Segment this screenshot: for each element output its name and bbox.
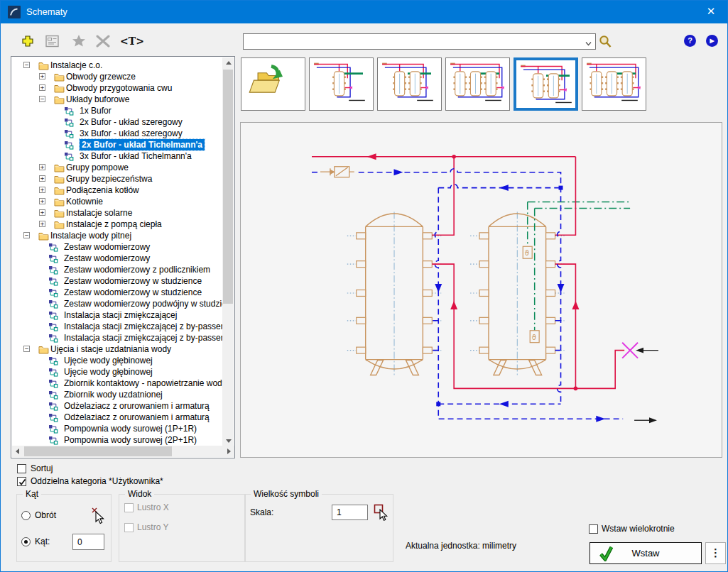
tree-item[interactable]: Zestaw wodomierzowy z podlicznikiem [11,264,222,275]
close-button[interactable]: ✕ [703,5,719,19]
tree-item[interactable]: Zbiornik wody uzdatnionej [11,389,222,400]
scroll-left-icon[interactable] [16,449,19,454]
vertical-scroll-thumb[interactable] [223,70,233,304]
expand-toggle[interactable]: − [39,96,45,102]
angle-input[interactable] [72,534,104,550]
insert-multiple-label: Wstaw wielokrotnie [602,524,675,534]
tree-item[interactable]: Instalacja stacji zmiękczającej z by-pas… [11,321,222,332]
schematic-icon [48,334,60,343]
expand-toggle[interactable]: − [23,346,30,352]
tree-item[interactable]: +Instalacje z pompą ciepła [11,219,222,230]
tree-item[interactable]: Instalacja stacji zmiękczającej z by-pas… [11,332,222,343]
tree-item[interactable]: 2x Bufor - układ Tichelmann'a [11,139,222,150]
tree-item[interactable]: Instalacja stacji zmiękczającej [11,309,222,321]
tree-item[interactable]: +Grupy pompowe [11,162,222,173]
tree-item[interactable]: Zestaw wodomierzowy podwójny w studzienc… [11,298,222,309]
tree-item[interactable]: Zbiornik kontaktowy - napowietrzanie wod… [11,378,222,389]
tree-item[interactable]: Zestaw wodomierzowy [11,241,222,253]
expand-toggle[interactable]: + [39,164,45,170]
schematic-preview-panel: ϑ ϑ [240,122,722,458]
tree-item[interactable]: Zestaw wodomierzowy w studzience [11,287,222,298]
tree-item[interactable]: Zestaw wodomierzowy w studzience [11,275,222,287]
thumbnail-schematic[interactable] [445,57,510,111]
tree-item[interactable]: Ujęcie wody głębinowej [11,366,222,378]
scroll-down-icon[interactable] [226,439,232,443]
tree-rows: −Instalacje c.o.+Obwody grzewcze+Obwody … [11,57,222,446]
help-button[interactable]: ? [684,35,696,47]
tree-item[interactable]: −Ujęcia i stacje uzdatniania wody [11,343,222,355]
tree-item[interactable]: Odżelaziacz z orurowaniem i armaturą [11,412,222,423]
insert-multiple-checkbox[interactable] [589,524,598,534]
open-folder-icon [241,58,300,106]
tree-item[interactable]: −Instalacje c.o. [11,60,222,71]
expand-toggle[interactable]: + [39,175,45,182]
schematic-icon [64,129,75,138]
tree-item-label: Zestaw wodomierzowy w studzience [64,275,202,287]
horizontal-scroll-thumb[interactable] [24,446,172,456]
thumbnail-open-folder[interactable] [241,57,305,111]
tree-item[interactable]: +Kotłownie [11,196,222,207]
tree-item-label: 2x Bufor - układ szeregowy [80,116,183,128]
svg-text:ϑ: ϑ [532,334,536,341]
check-icon [18,478,27,487]
thumbnail-schematic[interactable] [582,57,646,111]
tree-item[interactable]: +Grupy bezpieczeństwa [11,173,222,185]
tree-item[interactable]: +Obwody przygotowania cwu [11,82,222,94]
schematy-dialog: Schematy ✕ <T> ? ▶ −Instalacje c.o.+Obwo… [0,0,728,572]
tree-item[interactable]: Pompownia wody surowej (1P+1R) [11,423,222,434]
sortuj-checkbox[interactable] [17,464,26,473]
tree-item[interactable]: 3x Bufor - układ szeregowy [11,128,222,139]
tree-item[interactable]: 2x Bufor - układ szeregowy [11,116,222,128]
tree-item[interactable]: +Instalacje solarne [11,207,222,219]
scroll-up-icon[interactable] [226,61,232,65]
pick-scale-button[interactable] [374,504,389,524]
expand-toggle[interactable]: + [39,84,45,91]
tree-item[interactable]: Ujęcie wody głębinowej [11,355,222,366]
tree-item-label: Zestaw wodomierzowy [64,253,150,264]
tree-item[interactable]: Odżelaziacz z orurowaniem i armaturą [11,400,222,412]
tree-item[interactable]: +Obwody grzewcze [11,71,222,82]
search-icon[interactable] [599,35,612,52]
expand-toggle[interactable]: + [39,187,45,193]
favorite-button[interactable] [72,34,87,48]
delete-button[interactable] [96,35,112,49]
tree-item[interactable]: 3x Bufor - układ Tichelmann'a [11,150,222,162]
insert-button[interactable]: Wstaw [590,542,702,564]
mini-schematic [310,58,369,106]
tree-item[interactable]: −Układy buforowe [11,94,222,105]
next-button[interactable]: ▶ [706,35,718,47]
thumbnail-schematic[interactable] [377,57,442,111]
angle-radio[interactable] [21,537,31,546]
scale-input[interactable] [332,505,368,520]
expand-toggle[interactable]: − [23,232,30,238]
thumbnail-schematic[interactable] [309,57,374,111]
separate-category-checkbox[interactable] [17,477,26,486]
thumbnail-schematic[interactable] [514,57,578,111]
tree-item[interactable]: Zestaw wodomierzowy [11,253,222,264]
text-symbol-button[interactable]: <T> [120,35,144,47]
tree-item-label: Odżelaziacz z orurowaniem i armaturą [64,400,210,412]
expand-toggle[interactable]: + [39,73,45,79]
tree-item-label: Zestaw wodomierzowy z podlicznikiem [64,264,210,275]
tree-item[interactable]: −Instalacje wody pitnej [11,230,222,241]
more-options-button[interactable]: ⋮ [705,542,726,564]
expand-toggle[interactable]: + [39,209,45,216]
schematic-icon [48,436,60,445]
rotation-radio[interactable] [21,511,31,520]
add-button[interactable] [21,35,37,49]
chevron-down-icon[interactable] [585,38,592,50]
tree-item[interactable]: +Podłączenia kotłów [11,185,222,196]
scroll-right-icon[interactable] [227,449,231,454]
folder-icon [54,209,65,218]
search-input[interactable] [244,34,586,49]
details-button[interactable] [45,35,61,49]
expand-toggle[interactable]: + [39,221,45,227]
folder-icon [54,175,65,184]
separate-category-label: Oddzielna kategoria *Użytkownika* [31,476,163,486]
tree-item[interactable]: Pompownia wody surowej (2P+1R) [11,434,222,446]
expand-toggle[interactable]: + [39,198,45,204]
vertical-scrollbar[interactable] [222,57,234,446]
expand-toggle[interactable]: − [23,62,30,68]
horizontal-scrollbar[interactable] [12,446,234,457]
tree-item[interactable]: 1x Bufor [11,105,222,116]
